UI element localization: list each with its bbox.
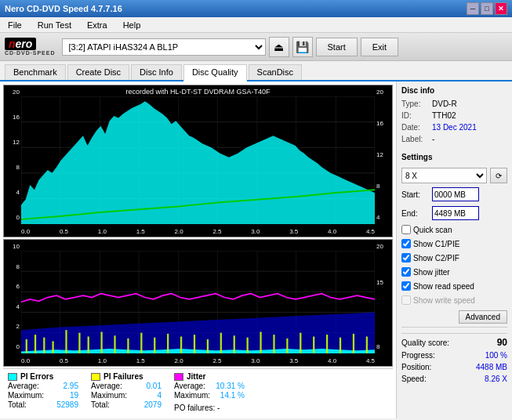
- svg-rect-44: [127, 339, 129, 353]
- show-jitter-row: Show jitter: [401, 267, 507, 277]
- pi-failures-avg: Average:0.01: [91, 382, 162, 390]
- disc-id-label: ID:: [401, 111, 429, 120]
- pi-errors-header: PI Errors: [8, 372, 78, 381]
- menu-extra[interactable]: Extra: [82, 19, 112, 31]
- svg-rect-43: [114, 335, 115, 353]
- speed-value: 8.26 X: [485, 375, 507, 383]
- tab-scan-disc[interactable]: ScanDisc: [249, 64, 302, 80]
- position-row: Position: 4488 MB: [401, 363, 507, 371]
- chart-title: recorded with HL-DT-ST DVDRAM GSA-T40F: [126, 88, 271, 96]
- legend-area: PI Errors Average:2.95 Maximum:19 Total:…: [3, 368, 393, 415]
- bottom-chart-y-right: 20158: [376, 240, 390, 353]
- disc-id-row: ID: TTH02: [401, 111, 507, 120]
- pi-failures-total-val: 2079: [130, 400, 162, 409]
- drive-selector[interactable]: [3:2] ATAPI iHAS324 A BL1P: [62, 38, 266, 56]
- pi-errors-max: Maximum:19: [8, 391, 78, 400]
- pi-failures-avg-val: 0.01: [130, 382, 162, 390]
- svg-rect-45: [140, 333, 142, 353]
- jitter-header: Jitter: [174, 372, 245, 381]
- po-failures: PO failures: -: [174, 404, 245, 412]
- start-mb-input[interactable]: [432, 187, 479, 201]
- jitter-max-val: 14.1 %: [213, 391, 245, 400]
- svg-rect-35: [26, 339, 27, 353]
- svg-rect-59: [326, 335, 328, 353]
- menu-help[interactable]: Help: [118, 19, 146, 31]
- disc-date-value: 13 Dec 2021: [432, 123, 477, 132]
- svg-rect-49: [194, 335, 195, 353]
- exit-button[interactable]: Exit: [361, 38, 398, 56]
- speed-row: Speed: 8.26 X: [401, 375, 507, 383]
- top-chart: recorded with HL-DT-ST DVDRAM GSA-T40F 2…: [3, 85, 393, 237]
- show-c2pif-checkbox[interactable]: [401, 253, 411, 262]
- tab-disc-info[interactable]: Disc Info: [131, 64, 182, 80]
- disc-type-label: Type:: [401, 100, 429, 108]
- jitter-color: [174, 373, 183, 381]
- bottom-chart: 1086420 20158 0.00.51.01.52.02.53.03.54.…: [3, 239, 393, 367]
- menu-file[interactable]: File: [3, 19, 27, 31]
- show-read-speed-row: Show read speed: [401, 281, 507, 291]
- quick-scan-label: Quick scan: [413, 226, 452, 234]
- svg-rect-51: [220, 333, 222, 353]
- pi-failures-max-val: 4: [130, 391, 162, 400]
- svg-marker-16: [21, 101, 375, 224]
- show-read-speed-checkbox[interactable]: [401, 281, 411, 291]
- pi-failures-max: Maximum:4: [91, 391, 162, 400]
- tab-create-disc[interactable]: Create Disc: [67, 64, 129, 80]
- nero-sub-logo: CD·DVD·SPEED: [5, 50, 56, 56]
- title-bar: Nero CD-DVD Speed 4.7.7.16 ─ □ ✕: [0, 0, 512, 17]
- svg-rect-36: [34, 335, 36, 353]
- svg-rect-62: [366, 337, 368, 353]
- svg-rect-60: [340, 338, 341, 353]
- pi-failures-total: Total:2079: [91, 400, 162, 409]
- toolbar: nero CD·DVD·SPEED [3:2] ATAPI iHAS324 A …: [0, 33, 512, 61]
- nero-logo: nero: [5, 38, 36, 50]
- eject-icon-btn[interactable]: ⏏: [269, 37, 289, 57]
- charts-area: recorded with HL-DT-ST DVDRAM GSA-T40F 2…: [0, 81, 396, 418]
- pi-errors-avg: Average:2.95: [8, 382, 78, 390]
- save-icon-btn[interactable]: 💾: [292, 37, 313, 57]
- start-button[interactable]: Start: [316, 38, 358, 56]
- show-c1pie-checkbox[interactable]: [401, 239, 411, 248]
- show-write-speed-row: Show write speed: [401, 295, 507, 305]
- tab-bar: Benchmark Create Disc Disc Info Disc Qua…: [0, 61, 512, 81]
- menu-run-test[interactable]: Run Test: [33, 19, 76, 31]
- bottom-chart-svg-area: [21, 251, 375, 353]
- close-button[interactable]: ✕: [495, 2, 507, 15]
- tab-benchmark[interactable]: Benchmark: [5, 64, 66, 80]
- refresh-icon-btn[interactable]: ⟳: [490, 168, 507, 183]
- progress-row: Progress: 100 %: [401, 351, 507, 360]
- maximize-button[interactable]: □: [481, 2, 493, 15]
- disc-info-title: Disc info: [401, 86, 507, 95]
- tab-disc-quality[interactable]: Disc Quality: [183, 64, 247, 81]
- pi-errors-legend: PI Errors Average:2.95 Maximum:19 Total:…: [8, 372, 78, 409]
- advanced-button[interactable]: Advanced: [459, 310, 507, 324]
- start-mb-label: Start:: [401, 190, 429, 199]
- svg-rect-57: [300, 333, 301, 353]
- pi-errors-label: PI Errors: [20, 372, 53, 381]
- pi-failures-label: PI Failures: [103, 372, 143, 381]
- svg-rect-41: [88, 337, 89, 353]
- start-mb-row: Start:: [401, 187, 507, 201]
- end-mb-input[interactable]: [432, 206, 479, 220]
- quality-score-value: 90: [497, 337, 507, 348]
- right-panel: Disc info Type: DVD-R ID: TTH02 Date: 13…: [396, 81, 512, 418]
- jitter-legend: Jitter Average:10.31 % Maximum:14.1 % PO…: [174, 372, 245, 412]
- svg-marker-33: [21, 313, 375, 353]
- svg-rect-58: [313, 337, 314, 353]
- quick-scan-checkbox[interactable]: [401, 225, 411, 234]
- end-mb-row: End:: [401, 206, 507, 220]
- top-chart-y-right: 20161284: [376, 85, 390, 224]
- top-chart-y-left: 201612840: [5, 85, 20, 224]
- show-write-speed-checkbox[interactable]: [401, 295, 411, 305]
- show-jitter-checkbox[interactable]: [401, 267, 411, 277]
- svg-rect-55: [273, 335, 274, 353]
- disc-label-row: Label: -: [401, 135, 507, 143]
- speed-selector[interactable]: 8 X 4 X 2 X MAX: [401, 168, 487, 183]
- svg-rect-37: [43, 338, 45, 353]
- show-read-speed-label: Show read speed: [413, 282, 474, 291]
- svg-rect-56: [286, 339, 288, 353]
- pi-failures-color: [91, 373, 100, 381]
- minimize-button[interactable]: ─: [467, 2, 479, 15]
- jitter-avg-val: 10.31 %: [213, 382, 245, 390]
- svg-rect-52: [234, 335, 235, 353]
